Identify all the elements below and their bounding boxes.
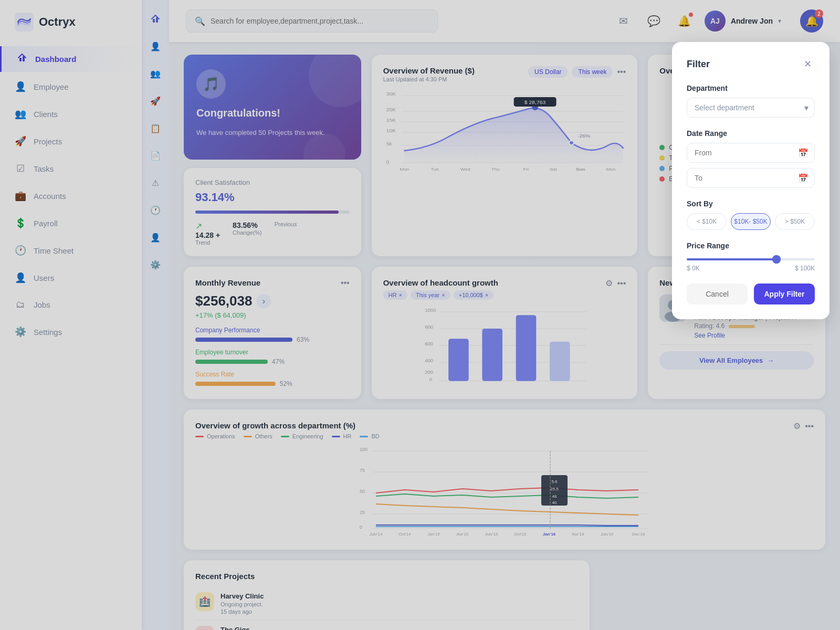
calendar-from-icon: 📅 [798, 148, 808, 158]
apply-filter-button[interactable]: Apply Filter [754, 284, 815, 304]
calendar-to-icon: 📅 [798, 173, 808, 183]
filter-price-label: Price Range [687, 242, 815, 250]
sort-high-label: > $50K [785, 218, 805, 225]
filter-close-btn[interactable]: ✕ [800, 57, 815, 71]
slider-fill [687, 258, 776, 260]
cancel-label: Cancel [706, 290, 729, 298]
price-range-labels: $ 0K $ 100K [687, 265, 815, 272]
cancel-button[interactable]: Cancel [687, 284, 748, 304]
price-max-label: $ 100K [795, 265, 815, 272]
price-slider: $ 0K $ 100K [687, 258, 815, 272]
filter-department-section: Department Select department Engineering… [687, 84, 815, 118]
filter-daterange-section: Date Range 📅 📅 [687, 129, 815, 188]
filter-actions: Cancel Apply Filter [687, 284, 815, 304]
from-date-wrap: 📅 [687, 143, 815, 163]
department-select[interactable]: Select department Engineering HR Finance [687, 98, 815, 118]
slider-track [687, 258, 815, 260]
filter-price-section: Price Range $ 0K $ 100K [687, 242, 815, 272]
sort-btn-low[interactable]: < $10K [687, 213, 727, 230]
filter-panel: Filter ✕ Department Select department En… [672, 42, 830, 319]
apply-label: Apply Filter [764, 290, 804, 298]
sort-btn-mid[interactable]: $10K- $50K [731, 213, 771, 230]
price-min-label: $ 0K [687, 265, 700, 272]
filter-sortby-label: Sort By [687, 200, 815, 208]
sort-btn-high[interactable]: > $50K [775, 213, 815, 230]
sort-low-label: < $10K [697, 218, 717, 225]
filter-overlay[interactable]: Filter ✕ Department Select department En… [0, 0, 840, 630]
filter-sortby-section: Sort By < $10K $10K- $50K > $50K [687, 200, 815, 230]
sort-mid-label: $10K- $50K [734, 218, 767, 225]
filter-daterange-label: Date Range [687, 129, 815, 138]
filter-header: Filter ✕ [687, 57, 815, 71]
from-date-input[interactable] [687, 143, 815, 163]
to-date-input[interactable] [687, 168, 815, 188]
filter-department-label: Department [687, 84, 815, 92]
filter-title: Filter [687, 59, 710, 70]
slider-thumb-right[interactable] [772, 255, 781, 264]
to-date-wrap: 📅 [687, 168, 815, 188]
sort-buttons: < $10K $10K- $50K > $50K [687, 213, 815, 230]
department-select-wrap: Select department Engineering HR Finance… [687, 98, 815, 118]
